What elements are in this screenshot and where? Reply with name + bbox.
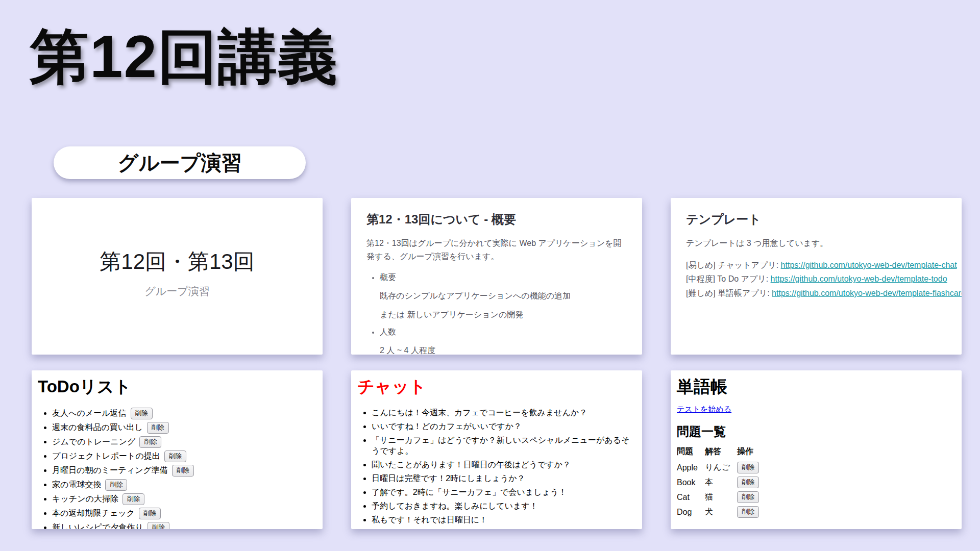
- todo-list: 友人へのメール返信削除週末の食料品の買い出し削除ジムでのトレーニング削除プロジェ…: [38, 408, 316, 529]
- flashcard-question: Cat: [677, 490, 705, 505]
- overview-bullet: 人数2 人 ~ 4 人程度: [380, 327, 627, 355]
- todo-item: プロジェクトレポートの提出削除: [52, 450, 316, 462]
- todo-item-text: キッチンの大掃除: [52, 494, 118, 503]
- bullet-label: 概要: [380, 272, 627, 283]
- flashcard-answer: 本: [705, 475, 737, 490]
- flashcard-actions-cell: 削除: [737, 460, 766, 475]
- todo-item-text: 友人へのメール返信: [52, 409, 127, 417]
- start-test-link[interactable]: テストを始める: [677, 405, 731, 413]
- todo-delete-button[interactable]: 削除: [105, 479, 127, 491]
- template-link-list: [易しめ] チャットアプリ: https://github.com/utokyo…: [686, 258, 946, 300]
- template-link-prefix: [難しめ] 単語帳アプリ:: [686, 289, 772, 297]
- flashcard-row: Appleりんご削除: [677, 460, 766, 475]
- todo-item-text: 本の返却期限チェック: [52, 509, 135, 517]
- flashcard-actions-cell: 削除: [737, 490, 766, 505]
- cards-grid: 第12回・第13回 グループ演習 第12・13回について - 概要 第12・13…: [32, 198, 962, 529]
- flashcard-table: 問題解答操作 Appleりんご削除Book本削除Cat猫削除Dog犬削除: [677, 445, 766, 519]
- todo-app-card: ToDoリスト 友人へのメール返信削除週末の食料品の買い出し削除ジムでのトレーニ…: [32, 370, 323, 529]
- template-link-line: [易しめ] チャットアプリ: https://github.com/utokyo…: [686, 258, 946, 272]
- todo-item: キッチンの大掃除削除: [52, 493, 316, 505]
- todo-item-text: プロジェクトレポートの提出: [52, 452, 160, 460]
- flashcard-column-header: 解答: [705, 445, 737, 460]
- todo-delete-button[interactable]: 削除: [122, 493, 144, 505]
- flashcard-column-header: 操作: [737, 445, 766, 460]
- flashcard-answer: 犬: [705, 505, 737, 519]
- slide-template-card: テンプレート テンプレートは 3 つ用意しています。 [易しめ] チャットアプリ…: [671, 198, 962, 355]
- template-link[interactable]: https://github.com/utokyo-web-dev/templa…: [781, 261, 957, 269]
- page-title: 第12回講義: [30, 17, 338, 97]
- todo-title: ToDoリスト: [38, 375, 316, 398]
- todo-item-text: 新しいレシピで夕食作り: [52, 523, 143, 529]
- flashcard-question: Apple: [677, 460, 705, 475]
- flashcard-table-header-row: 問題解答操作: [677, 445, 766, 460]
- todo-item: 月曜日の朝のミーティング準備削除: [52, 465, 316, 477]
- todo-delete-button[interactable]: 削除: [147, 422, 169, 434]
- question-list-heading: 問題一覧: [677, 423, 955, 440]
- todo-item: 週末の食料品の買い出し削除: [52, 422, 316, 434]
- template-link[interactable]: https://github.com/utokyo-web-dev/templa…: [772, 289, 962, 297]
- create-heading: 新規作成: [677, 529, 955, 529]
- todo-delete-button[interactable]: 削除: [139, 508, 161, 519]
- bullet-detail: 既存のシンプルなアプリケーションへの機能の追加: [380, 290, 627, 302]
- slide-cover-subtitle: グループ演習: [144, 284, 209, 298]
- chat-message: 「サニーカフェ」はどうですか？新しいスペシャルメニューがあるそうですよ。: [372, 435, 636, 457]
- chat-message: 聞いたことがあります！日曜日の午後はどうですか？: [372, 460, 636, 470]
- slide-cover-title: 第12回・第13回: [100, 247, 254, 276]
- todo-item-text: ジムでのトレーニング: [52, 437, 135, 446]
- todo-delete-button[interactable]: 削除: [172, 465, 194, 477]
- flashcard-delete-button[interactable]: 削除: [737, 462, 759, 473]
- flashcard-column-header: 問題: [677, 445, 705, 460]
- flashcard-question: Book: [677, 475, 705, 490]
- chat-app-card: チャット こんにちは！今週末、カフェでコーヒーを飲みませんか？いいですね！どのカ…: [351, 370, 642, 529]
- template-link-prefix: [中程度] To Do アプリ:: [686, 274, 771, 283]
- flashcard-delete-button[interactable]: 削除: [737, 506, 759, 518]
- slide-template-intro: テンプレートは 3 つ用意しています。: [686, 237, 946, 250]
- todo-item: 家の電球交換削除: [52, 479, 316, 491]
- chat-message-list: こんにちは！今週末、カフェでコーヒーを飲みませんか？いいですね！どのカフェがいい…: [357, 408, 636, 525]
- todo-delete-button[interactable]: 削除: [164, 450, 186, 462]
- flashcard-row: Cat猫削除: [677, 490, 766, 505]
- slide-overview-title: 第12・13回について - 概要: [366, 211, 627, 228]
- todo-delete-button[interactable]: 削除: [139, 436, 161, 448]
- todo-item-text: 家の電球交換: [52, 480, 101, 489]
- chat-message: こんにちは！今週末、カフェでコーヒーを飲みませんか？: [372, 408, 636, 418]
- flashcard-question: Dog: [677, 505, 705, 519]
- flashcard-actions-cell: 削除: [737, 475, 766, 490]
- template-link[interactable]: https://github.com/utokyo-web-dev/templa…: [771, 274, 947, 283]
- chat-message: 日曜日は完璧です！2時にしましょうか？: [372, 473, 636, 484]
- flashcard-answer: りんご: [705, 460, 737, 475]
- flashcard-delete-button[interactable]: 削除: [737, 491, 759, 503]
- todo-item: 新しいレシピで夕食作り削除: [52, 522, 316, 529]
- chat-message: いいですね！どのカフェがいいですか？: [372, 421, 636, 432]
- bullet-detail: または 新しいアプリケーションの開発: [380, 309, 627, 321]
- chat-message: 予約しておきますね。楽しみにしています！: [372, 501, 636, 512]
- chat-title: チャット: [357, 375, 636, 398]
- chat-message: 了解です。2時に「サニーカフェ」で会いましょう！: [372, 487, 636, 498]
- todo-item: 友人へのメール返信削除: [52, 408, 316, 419]
- overview-bullet: 概要既存のシンプルなアプリケーションへの機能の追加または 新しいアプリケーション…: [380, 272, 627, 321]
- flashcard-answer: 猫: [705, 490, 737, 505]
- todo-item: ジムでのトレーニング削除: [52, 436, 316, 448]
- todo-delete-button[interactable]: 削除: [148, 522, 169, 529]
- overview-bullet-list: 概要既存のシンプルなアプリケーションへの機能の追加または 新しいアプリケーション…: [366, 272, 627, 355]
- flashcard-actions-cell: 削除: [737, 505, 766, 519]
- bullet-label: 人数: [380, 327, 627, 338]
- slide-template-title: テンプレート: [686, 211, 946, 228]
- flashcard-title: 単語帳: [677, 375, 955, 398]
- bullet-detail: 2 人 ~ 4 人程度: [380, 344, 627, 355]
- flashcard-delete-button[interactable]: 削除: [737, 477, 759, 488]
- chat-message: 私もです！それでは日曜日に！: [372, 515, 636, 525]
- todo-item-text: 週末の食料品の買い出し: [52, 423, 143, 432]
- slide-cover-card: 第12回・第13回 グループ演習: [32, 198, 323, 355]
- template-link-line: [中程度] To Do アプリ: https://github.com/utok…: [686, 272, 946, 286]
- template-link-line: [難しめ] 単語帳アプリ: https://github.com/utokyo-…: [686, 286, 946, 300]
- flashcard-row: Dog犬削除: [677, 505, 766, 519]
- todo-delete-button[interactable]: 削除: [131, 408, 153, 419]
- slide-overview-card: 第12・13回について - 概要 第12・13回はグループに分かれて実際に We…: [351, 198, 642, 355]
- template-link-prefix: [易しめ] チャットアプリ:: [686, 261, 781, 269]
- todo-item: 本の返却期限チェック削除: [52, 508, 316, 519]
- flashcard-row: Book本削除: [677, 475, 766, 490]
- group-exercise-badge: グループ演習: [54, 146, 306, 179]
- flashcard-app-card: 単語帳 テストを始める 問題一覧 問題解答操作 Appleりんご削除Book本削…: [671, 370, 962, 529]
- slide-overview-intro: 第12・13回はグループに分かれて実際に Web アプリケーションを開発する、グ…: [366, 237, 627, 263]
